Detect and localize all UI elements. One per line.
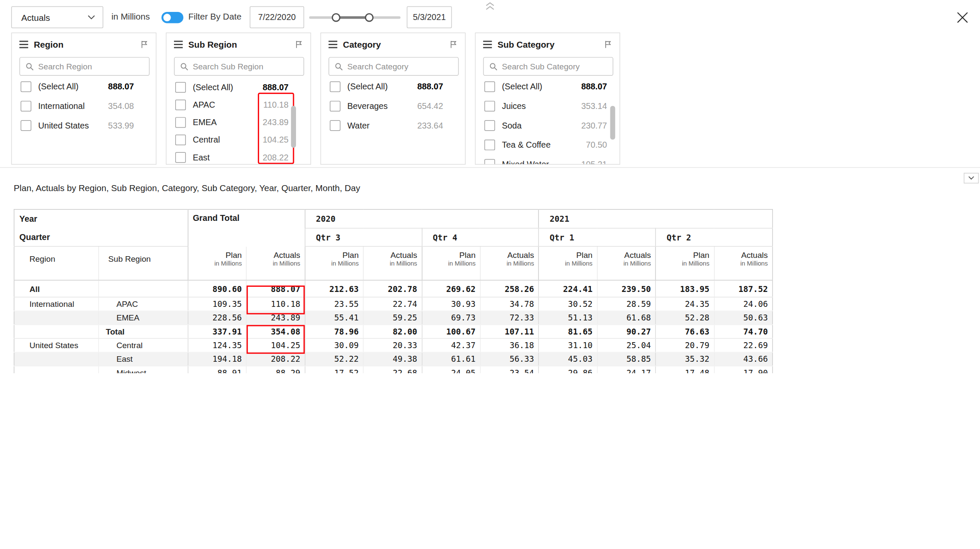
checkbox[interactable] bbox=[175, 152, 186, 163]
value-cell[interactable]: 194.18 bbox=[188, 352, 246, 366]
value-cell[interactable]: 24.06 bbox=[714, 297, 772, 311]
value-cell[interactable]: 239.50 bbox=[597, 280, 655, 297]
filter-item[interactable]: (Select All) 888.07 bbox=[476, 77, 619, 97]
value-cell[interactable]: 43.66 bbox=[714, 352, 772, 366]
sub-region-cell[interactable]: East bbox=[99, 352, 188, 366]
region-cell[interactable]: All bbox=[14, 280, 99, 297]
flag-icon[interactable] bbox=[449, 40, 457, 49]
filter-item[interactable]: United States 533.99 bbox=[12, 116, 156, 135]
flag-icon[interactable] bbox=[295, 40, 303, 49]
value-cell[interactable]: 354.08 bbox=[247, 325, 305, 338]
quarter-header[interactable]: Qtr 1 bbox=[539, 228, 656, 246]
checkbox[interactable] bbox=[175, 99, 186, 110]
checkbox[interactable] bbox=[21, 120, 31, 131]
grand-total-header[interactable]: Grand Total bbox=[188, 209, 305, 246]
filter-item[interactable]: Beverages 654.42 bbox=[321, 97, 465, 116]
checkbox[interactable] bbox=[484, 101, 495, 112]
menu-icon[interactable] bbox=[174, 41, 183, 49]
value-cell[interactable]: 72.33 bbox=[480, 311, 538, 325]
sub-region-cell[interactable] bbox=[99, 280, 188, 297]
value-cell[interactable]: 35.32 bbox=[655, 352, 714, 366]
value-cell[interactable]: 90.27 bbox=[597, 325, 655, 338]
value-cell[interactable]: 107.11 bbox=[480, 325, 538, 338]
filter-item[interactable]: (Select All) 888.07 bbox=[12, 77, 156, 97]
value-cell[interactable]: 208.22 bbox=[247, 352, 305, 366]
value-cell[interactable]: 24.17 bbox=[597, 366, 655, 373]
filter-item[interactable]: Tea & Coffee 70.50 bbox=[476, 135, 619, 155]
date-range-slider[interactable] bbox=[309, 16, 401, 19]
value-cell[interactable]: 52.22 bbox=[305, 352, 363, 366]
value-cell[interactable]: 51.13 bbox=[539, 311, 597, 325]
filter-item[interactable]: Soda 230.77 bbox=[476, 116, 619, 135]
filter-item[interactable]: East 208.22 bbox=[166, 149, 310, 165]
value-cell[interactable]: 69.73 bbox=[422, 311, 480, 325]
value-cell[interactable]: 61.61 bbox=[422, 352, 480, 366]
menu-icon[interactable] bbox=[20, 41, 28, 49]
filter-item[interactable]: Water 233.64 bbox=[321, 116, 465, 135]
value-cell[interactable]: 24.35 bbox=[655, 297, 714, 311]
year-2020-header[interactable]: 2020 bbox=[305, 209, 539, 228]
expand-panel-button[interactable] bbox=[964, 173, 979, 183]
value-cell[interactable]: 23.55 bbox=[305, 297, 363, 311]
value-cell[interactable]: 28.59 bbox=[597, 297, 655, 311]
checkbox[interactable] bbox=[175, 117, 186, 127]
checkbox[interactable] bbox=[21, 81, 31, 92]
checkbox[interactable] bbox=[484, 81, 495, 92]
value-cell[interactable]: 20.33 bbox=[363, 338, 422, 352]
sub-region-cell[interactable]: APAC bbox=[99, 297, 188, 311]
sub-region-cell[interactable]: Central bbox=[99, 338, 188, 352]
measure-actuals-header[interactable]: Actualsin Millions bbox=[597, 246, 655, 280]
measure-plan-header[interactable]: Planin Millions bbox=[539, 246, 597, 280]
value-cell[interactable]: 52.28 bbox=[655, 311, 714, 325]
value-cell[interactable]: 81.65 bbox=[539, 325, 597, 338]
value-cell[interactable]: 224.41 bbox=[539, 280, 597, 297]
value-cell[interactable]: 34.78 bbox=[480, 297, 538, 311]
value-cell[interactable]: 25.04 bbox=[597, 338, 655, 352]
filter-item[interactable]: (Select All) 888.07 bbox=[321, 77, 465, 97]
value-cell[interactable]: 183.95 bbox=[655, 280, 714, 297]
value-cell[interactable]: 243.89 bbox=[247, 311, 305, 325]
value-cell[interactable]: 888.07 bbox=[247, 280, 305, 297]
measure-dropdown[interactable]: Actuals bbox=[11, 6, 103, 28]
checkbox[interactable] bbox=[484, 120, 495, 131]
value-cell[interactable]: 58.85 bbox=[597, 352, 655, 366]
value-cell[interactable]: 22.68 bbox=[363, 366, 422, 373]
measure-plan-header[interactable]: Planin Millions bbox=[422, 246, 480, 280]
sub-region-cell[interactable]: Midwest bbox=[99, 366, 188, 373]
filter-search-input[interactable]: Search Sub Category bbox=[483, 57, 613, 76]
value-cell[interactable]: 74.70 bbox=[714, 325, 772, 338]
value-cell[interactable]: 890.60 bbox=[188, 280, 246, 297]
region-cell[interactable] bbox=[14, 311, 99, 325]
value-cell[interactable]: 78.96 bbox=[305, 325, 363, 338]
value-cell[interactable]: 109.35 bbox=[188, 297, 246, 311]
region-cell[interactable] bbox=[14, 352, 99, 366]
value-cell[interactable]: 56.33 bbox=[480, 352, 538, 366]
value-cell[interactable]: 31.10 bbox=[539, 338, 597, 352]
value-cell[interactable]: 24.05 bbox=[422, 366, 480, 373]
scrollbar[interactable] bbox=[291, 106, 296, 148]
value-cell[interactable]: 17.48 bbox=[655, 366, 714, 373]
value-cell[interactable]: 104.25 bbox=[247, 338, 305, 352]
value-cell[interactable]: 29.86 bbox=[539, 366, 597, 373]
measure-plan-header[interactable]: Planin Millions bbox=[188, 246, 246, 280]
filter-item[interactable]: (Select All) 888.07 bbox=[166, 78, 310, 96]
value-cell[interactable]: 76.63 bbox=[655, 325, 714, 338]
value-cell[interactable]: 59.25 bbox=[363, 311, 422, 325]
checkbox[interactable] bbox=[330, 101, 340, 112]
checkbox[interactable] bbox=[175, 82, 186, 92]
flag-icon[interactable] bbox=[140, 40, 148, 49]
value-cell[interactable]: 22.74 bbox=[363, 297, 422, 311]
checkbox[interactable] bbox=[330, 81, 340, 92]
filter-item[interactable]: EMEA 243.89 bbox=[166, 113, 310, 131]
value-cell[interactable]: 228.56 bbox=[188, 311, 246, 325]
scrollbar[interactable] bbox=[610, 106, 615, 140]
filter-item[interactable]: Mixed Water 105.21 bbox=[476, 154, 619, 165]
value-cell[interactable]: 30.93 bbox=[422, 297, 480, 311]
filter-item[interactable]: International 354.08 bbox=[12, 97, 156, 116]
menu-icon[interactable] bbox=[483, 41, 492, 49]
checkbox[interactable] bbox=[21, 101, 31, 112]
region-cell[interactable]: United States bbox=[14, 338, 99, 352]
flag-icon[interactable] bbox=[604, 40, 612, 49]
value-cell[interactable]: 212.63 bbox=[305, 280, 363, 297]
value-cell[interactable]: 337.91 bbox=[188, 325, 246, 338]
